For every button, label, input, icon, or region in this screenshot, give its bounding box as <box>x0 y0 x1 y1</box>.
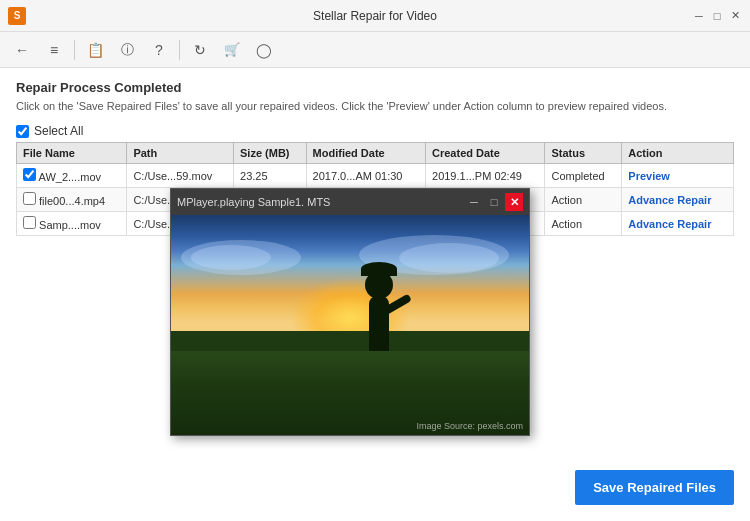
person-figure <box>349 251 409 351</box>
popup-title-text: MPlayer.playing Sample1. MTS <box>177 196 465 208</box>
refresh-button[interactable]: ↻ <box>186 36 214 64</box>
figure-head <box>365 271 393 299</box>
window-title: Stellar Repair for Video <box>313 9 437 23</box>
row-0-status: Completed <box>545 164 622 188</box>
status-title: Repair Process Completed <box>16 80 734 95</box>
select-all-checkbox[interactable] <box>16 125 29 138</box>
col-path: Path <box>127 143 234 164</box>
row-1-checkbox-cell: file00...4.mp4 <box>17 188 127 212</box>
row-0-created: 2019.1...PM 02:49 <box>426 164 545 188</box>
app-icon: S <box>8 7 26 25</box>
toolbar: ← ≡ 📋 ⓘ ? ↻ 🛒 ◯ <box>0 32 750 68</box>
title-bar-controls: ─ □ ✕ <box>692 9 742 23</box>
popup-minimize-button[interactable]: ─ <box>465 193 483 211</box>
col-filename: File Name <box>17 143 127 164</box>
select-all-row: Select All <box>16 124 734 138</box>
user-button[interactable]: ◯ <box>250 36 278 64</box>
cloud-4 <box>399 243 499 273</box>
col-status: Status <box>545 143 622 164</box>
row-1-action[interactable]: Advance Repair <box>622 188 734 212</box>
sunset-scene: Image Source: pexels.com <box>171 215 529 435</box>
back-button[interactable]: ← <box>8 36 36 64</box>
figure-body <box>369 296 389 351</box>
popup-maximize-button[interactable]: □ <box>485 193 503 211</box>
cloud-2 <box>191 245 271 270</box>
toolbar-divider-1 <box>74 40 75 60</box>
video-content: Image Source: pexels.com <box>171 215 529 435</box>
row-0-checkbox-cell: AW_2....mov <box>17 164 127 188</box>
row-2-checkbox-cell: Samp....mov <box>17 212 127 236</box>
file-button[interactable]: 📋 <box>81 36 109 64</box>
row-0-filename: AW_2....mov <box>36 171 101 183</box>
popup-close-button[interactable]: ✕ <box>505 193 523 211</box>
col-size: Size (MB) <box>234 143 307 164</box>
row-0-checkbox[interactable] <box>23 168 36 181</box>
col-created: Created Date <box>426 143 545 164</box>
title-bar-left: S <box>8 7 26 25</box>
popup-controls: ─ □ ✕ <box>465 193 523 211</box>
title-bar: S Stellar Repair for Video ─ □ ✕ <box>0 0 750 32</box>
save-repaired-files-button[interactable]: Save Repaired Files <box>575 470 734 505</box>
video-popup: MPlayer.playing Sample1. MTS ─ □ ✕ <box>170 188 530 436</box>
select-all-label[interactable]: Select All <box>34 124 83 138</box>
help-button[interactable]: ? <box>145 36 173 64</box>
row-0-modified: 2017.0...AM 01:30 <box>306 164 425 188</box>
main-content: Repair Process Completed Click on the 'S… <box>0 68 750 521</box>
toolbar-divider-2 <box>179 40 180 60</box>
row-1-filename: file00...4.mp4 <box>36 195 105 207</box>
row-2-filename: Samp....mov <box>36 219 101 231</box>
row-2-action[interactable]: Advance Repair <box>622 212 734 236</box>
row-2-checkbox[interactable] <box>23 216 36 229</box>
row-1-action-link[interactable]: Advance Repair <box>628 194 711 206</box>
row-0-action-link[interactable]: Preview <box>628 170 670 182</box>
cart-button[interactable]: 🛒 <box>218 36 246 64</box>
table-header-row: File Name Path Size (MB) Modified Date C… <box>17 143 734 164</box>
info-button[interactable]: ⓘ <box>113 36 141 64</box>
row-2-status: Action <box>545 212 622 236</box>
row-0-path: C:/Use...59.mov <box>127 164 234 188</box>
maximize-button[interactable]: □ <box>710 9 724 23</box>
status-description: Click on the 'Save Repaired Files' to sa… <box>16 99 734 114</box>
row-1-checkbox[interactable] <box>23 192 36 205</box>
col-modified: Modified Date <box>306 143 425 164</box>
close-button[interactable]: ✕ <box>728 9 742 23</box>
save-button-container: Save Repaired Files <box>575 470 734 505</box>
row-1-status: Action <box>545 188 622 212</box>
image-source-text: Image Source: pexels.com <box>416 421 523 431</box>
row-0-size: 23.25 <box>234 164 307 188</box>
col-action: Action <box>622 143 734 164</box>
minimize-button[interactable]: ─ <box>692 9 706 23</box>
popup-title-bar: MPlayer.playing Sample1. MTS ─ □ ✕ <box>171 189 529 215</box>
row-2-action-link[interactable]: Advance Repair <box>628 218 711 230</box>
table-row: AW_2....movC:/Use...59.mov23.252017.0...… <box>17 164 734 188</box>
menu-button[interactable]: ≡ <box>40 36 68 64</box>
row-0-action[interactable]: Preview <box>622 164 734 188</box>
